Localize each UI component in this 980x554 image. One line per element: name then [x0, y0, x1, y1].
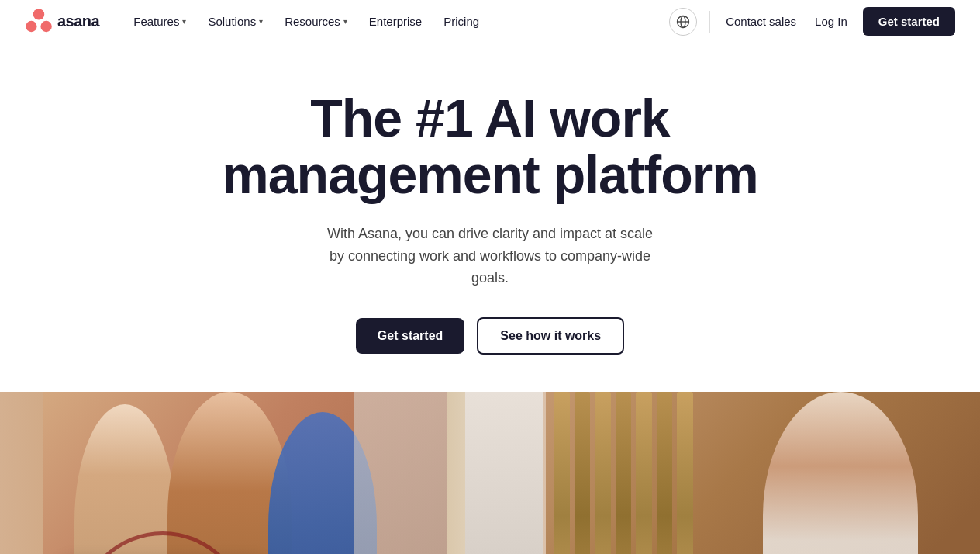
hero-subtitle: With Asana, you can drive clarity and im…	[319, 223, 661, 289]
hero-image: Generate campaign workflow	[0, 392, 980, 554]
center-divider	[465, 392, 543, 554]
brand-name: asana	[57, 12, 99, 30]
hero-get-started-button[interactable]: Get started	[356, 318, 464, 354]
asana-logo-icon	[25, 8, 53, 36]
nav-item-features[interactable]: Features ▾	[124, 10, 195, 33]
hero-see-how-button[interactable]: See how it works	[477, 317, 624, 355]
hero-buttons: Get started See how it works	[356, 317, 624, 355]
nav-item-pricing[interactable]: Pricing	[434, 10, 488, 33]
login-link[interactable]: Log In	[812, 10, 851, 33]
contact-sales-link[interactable]: Contact sales	[723, 10, 799, 33]
navigation: asana Features ▾ Solutions ▾ Resources ▾…	[0, 0, 980, 43]
hero-section: The #1 AI work management platform With …	[0, 43, 980, 386]
globe-icon	[676, 15, 690, 29]
language-selector-button[interactable]	[669, 8, 697, 36]
nav-divider	[709, 11, 710, 33]
logo-link[interactable]: asana	[25, 8, 99, 36]
nav-right: Contact sales Log In Get started	[669, 7, 955, 36]
chevron-down-icon: ▾	[182, 17, 186, 26]
nav-links: Features ▾ Solutions ▾ Resources ▾ Enter…	[124, 10, 669, 33]
right-area	[546, 392, 980, 554]
chevron-down-icon: ▾	[259, 17, 263, 26]
nav-item-resources[interactable]: Resources ▾	[275, 10, 357, 33]
nav-get-started-button[interactable]: Get started	[863, 7, 955, 36]
hero-title: The #1 AI work management platform	[222, 90, 757, 204]
chevron-down-icon: ▾	[343, 17, 347, 26]
nav-item-enterprise[interactable]: Enterprise	[360, 10, 431, 33]
svg-point-2	[40, 20, 51, 31]
people-left-area	[43, 392, 447, 554]
nav-item-solutions[interactable]: Solutions ▾	[198, 10, 272, 33]
svg-point-0	[33, 9, 44, 19]
svg-point-1	[26, 20, 36, 31]
